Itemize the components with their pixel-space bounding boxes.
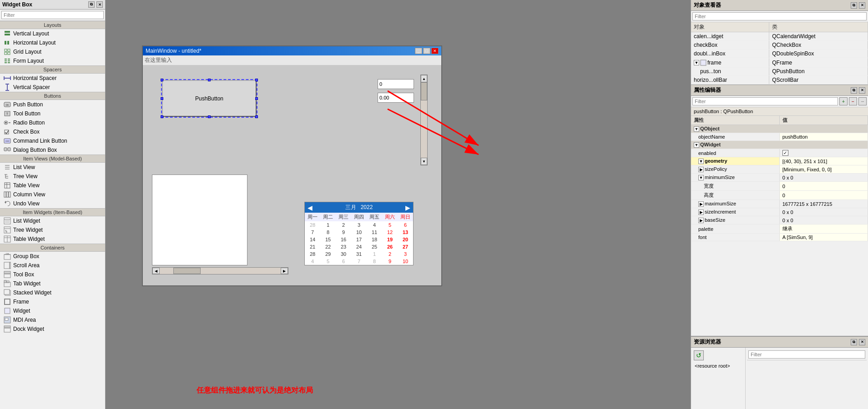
- prop-value[interactable]: 0 x 0: [779, 174, 868, 182]
- cal-day[interactable]: 31: [351, 250, 367, 258]
- wb-item-vertical-spacer[interactable]: Vertical Spacer: [0, 83, 105, 92]
- prop-row-palette[interactable]: palette 继承: [691, 224, 868, 234]
- wb-item-group-box[interactable]: GB Group Box: [0, 252, 105, 261]
- wb-item-tab-widget[interactable]: Tab Widget: [0, 279, 105, 288]
- prop-row-geometry[interactable]: ▼geometry [(40, 30), 251 x 101]: [691, 157, 868, 165]
- wb-item-push-button[interactable]: OK Push Button: [0, 100, 105, 109]
- cal-day[interactable]: 9: [382, 258, 398, 265]
- expand-sizeincrement[interactable]: ▶: [698, 209, 704, 215]
- obj-inspector-float-btn[interactable]: ⧉: [851, 2, 857, 9]
- pushbutton-inner[interactable]: PushButton: [162, 80, 257, 117]
- obj-row[interactable]: checkBox QCheckBox: [691, 41, 868, 50]
- prop-add-btn[interactable]: +: [839, 97, 848, 105]
- cal-day[interactable]: 2: [336, 221, 351, 229]
- cal-day[interactable]: 28: [305, 221, 320, 229]
- horizontal-scrollbar[interactable]: ◀ ▶: [152, 267, 288, 274]
- wb-item-scroll-area[interactable]: Scroll Area: [0, 261, 105, 270]
- expand-qobject[interactable]: ▼: [694, 126, 699, 132]
- cal-day[interactable]: 27: [398, 243, 413, 250]
- wb-item-dock-widget[interactable]: Dock Widget: [0, 324, 105, 334]
- wb-item-dialog-btn-box[interactable]: Dialog Button Box: [0, 145, 105, 155]
- wb-item-table-widget[interactable]: Table Widget: [0, 234, 105, 244]
- cal-day[interactable]: 7: [351, 258, 367, 265]
- cal-day[interactable]: 23: [336, 243, 351, 250]
- cal-prev-btn[interactable]: ◀: [308, 204, 313, 211]
- obj-inspector-close-btn[interactable]: ✕: [859, 2, 865, 9]
- wb-item-undo-view[interactable]: Undo View: [0, 199, 105, 208]
- cal-day[interactable]: 18: [367, 236, 382, 243]
- wb-item-vertical-layout[interactable]: Vertical Layout: [0, 29, 105, 38]
- prop-row-sizepolicy[interactable]: ▶sizePolicy [Minimum, Fixed, 0, 0]: [691, 165, 868, 174]
- prop-row-font[interactable]: font A [SimSun, 9]: [691, 234, 868, 241]
- prop-value[interactable]: 0: [779, 182, 868, 191]
- cal-day[interactable]: 29: [320, 250, 336, 258]
- wb-item-stacked-widget[interactable]: Stacked Widget: [0, 288, 105, 297]
- prop-value[interactable]: 0: [779, 191, 868, 200]
- expand-minimumsize[interactable]: ▼: [698, 175, 704, 180]
- wb-item-tool-button[interactable]: T Tool Button: [0, 109, 105, 118]
- wb-item-frame[interactable]: Frame: [0, 297, 105, 306]
- cal-day[interactable]: 7: [305, 229, 320, 236]
- wb-item-column-view[interactable]: Column View: [0, 190, 105, 199]
- scroll-thumb-h[interactable]: [173, 268, 201, 274]
- cal-day[interactable]: 11: [367, 229, 382, 236]
- prop-checkbox[interactable]: ✓: [782, 150, 788, 156]
- prop-value[interactable]: [Minimum, Fixed, 0, 0]: [779, 165, 868, 174]
- expand-frame[interactable]: ▼: [694, 60, 699, 65]
- minimize-btn[interactable]: _: [415, 48, 422, 54]
- cal-day[interactable]: 9: [336, 229, 351, 236]
- cal-day[interactable]: 13: [398, 229, 413, 236]
- cal-day[interactable]: 21: [305, 243, 320, 250]
- prop-row-sizeincrement[interactable]: ▶sizeIncrement 0 x 0: [691, 208, 868, 216]
- cal-day[interactable]: 6: [398, 221, 413, 229]
- cal-next-btn[interactable]: ▶: [405, 204, 410, 211]
- widget-box-filter-input[interactable]: [1, 11, 104, 19]
- expand-basesize[interactable]: ▶: [698, 218, 704, 223]
- expand-qwidget[interactable]: ▼: [694, 142, 699, 148]
- prop-value[interactable]: 0 x 0: [779, 216, 868, 224]
- obj-row[interactable]: horizo...ollBar QScrollBar: [691, 76, 868, 85]
- resource-root-item[interactable]: <resource root>: [693, 362, 743, 369]
- scroll-down-btn[interactable]: ▼: [421, 158, 427, 165]
- spinbox-double[interactable]: ▲ ▼: [378, 93, 414, 103]
- close-btn[interactable]: ✕: [431, 48, 439, 54]
- cal-day[interactable]: 26: [382, 243, 398, 250]
- cal-day[interactable]: 28: [305, 250, 320, 258]
- wb-item-tree-view[interactable]: Tree View: [0, 172, 105, 181]
- scroll-thumb-v[interactable]: [421, 82, 427, 100]
- spinbox-int[interactable]: ▲ ▼: [378, 79, 414, 89]
- wb-item-tree-widget[interactable]: Tree Widget: [0, 225, 105, 234]
- obj-row[interactable]: calen...idget QCalendarWidget: [691, 32, 868, 41]
- prop-remove-btn[interactable]: −: [849, 97, 857, 105]
- cal-day[interactable]: 5: [382, 221, 398, 229]
- prop-row-width[interactable]: 宽度 0: [691, 182, 868, 191]
- obj-row[interactable]: pus...ton QPushButton: [691, 67, 868, 76]
- prop-row-enabled[interactable]: enabled ✓: [691, 149, 868, 157]
- scroll-right-btn[interactable]: ▶: [281, 268, 288, 274]
- wb-item-list-view[interactable]: List View: [0, 163, 105, 172]
- cal-day[interactable]: 15: [320, 236, 336, 243]
- prop-row-maximumsize[interactable]: ▶maximumSize 16777215 x 16777215: [691, 200, 868, 208]
- widget-box-float-btn[interactable]: ⧉: [88, 1, 95, 8]
- prop-value-geometry[interactable]: [(40, 30), 251 x 101]: [779, 157, 868, 165]
- cal-day[interactable]: 12: [382, 229, 398, 236]
- wb-item-horizontal-layout[interactable]: Horizontal Layout: [0, 38, 105, 47]
- wb-item-check-box[interactable]: Check Box: [0, 127, 105, 136]
- cal-day[interactable]: 20: [398, 236, 413, 243]
- resource-reload-btn[interactable]: ↺: [694, 350, 704, 360]
- spinbox-double-input[interactable]: [378, 95, 441, 101]
- prop-editor-filter-input[interactable]: [692, 97, 838, 105]
- prop-row-height[interactable]: 高度 0: [691, 191, 868, 200]
- selected-pushbutton[interactable]: PushButton: [161, 79, 257, 118]
- cal-day[interactable]: 4: [367, 221, 382, 229]
- prop-editor-float-btn[interactable]: ⧉: [851, 87, 857, 94]
- maximize-btn[interactable]: □: [423, 48, 430, 54]
- cal-day[interactable]: 19: [382, 236, 398, 243]
- widget-box-close-btn[interactable]: ✕: [96, 1, 103, 8]
- cal-day[interactable]: 25: [367, 243, 382, 250]
- cal-day[interactable]: 1: [320, 221, 336, 229]
- expand-sizepolicy[interactable]: ▶: [698, 167, 704, 172]
- resource-filter-input[interactable]: [748, 350, 865, 359]
- wb-item-horizontal-spacer[interactable]: Horizontal Spacer: [0, 74, 105, 83]
- wb-item-form-layout[interactable]: Form Layout: [0, 56, 105, 65]
